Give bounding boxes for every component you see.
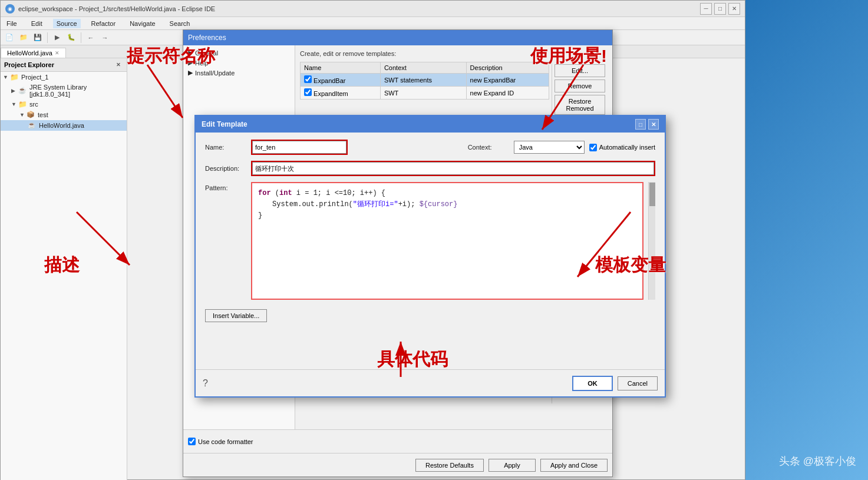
java-file-icon: ☕ [28,121,37,130]
et-name-row: Name: Context: Java Automatically insert [205,140,655,155]
et-footer: ? OK Cancel [196,369,665,396]
tree-src[interactable]: ▼ 📁 src [1,99,127,110]
insert-variable-button[interactable]: Insert Variable... [205,309,267,322]
tree-test[interactable]: ▼ 📦 test [1,110,127,120]
project-icon: 📁 [10,73,19,81]
tree-label-helloworld: HelloWorld.java [39,122,84,129]
pref-tree-help[interactable]: ▶Help [186,58,292,68]
menu-search[interactable]: Search [166,19,194,28]
toolbar-sep2 [81,32,81,43]
et-pattern-area: Pattern: for (int i = 1; i <=10; i++) { … [205,182,655,300]
watermark: 头条 @极客小俊 [779,454,856,468]
et-cancel-button[interactable]: Cancel [618,376,658,390]
code-line2: System.out.println("循环打印i="+i); ${cursor… [258,199,636,210]
sidebar-close-btn[interactable]: ✕ [114,60,123,69]
tab-helloworld-label: HelloWorld.java [7,49,52,57]
menu-navigate[interactable]: Navigate [126,19,159,28]
row1-name: ExpandBar [301,74,381,87]
eclipse-icon: ◉ [5,4,15,14]
pref-title-bar: Preferences [183,30,612,45]
title-bar: ◉ eclipse_workspace - Project_1/src/test… [1,1,745,17]
tree-label-project: Project_1 [21,74,48,81]
tree-project[interactable]: ▼ 📁 Project_1 [1,72,127,82]
row1-context: SWT statements [380,74,466,87]
menu-source[interactable]: Source [53,19,81,28]
col-name-header: Name [301,62,381,74]
row2-checkbox[interactable] [304,88,312,96]
edit-button[interactable]: Edit... [555,64,605,77]
row2-name: ExpandItem [301,87,381,100]
col-desc-header: Description [466,62,549,74]
remove-button[interactable]: Remove [555,80,605,92]
row2-desc: new Expand ID [466,87,549,100]
pref-tree-general[interactable]: ▶General [186,48,292,58]
tree-arrow-jre: ▶ [11,88,18,94]
toolbar-save[interactable]: 💾 [31,32,44,44]
tab-close-icon[interactable]: ✕ [55,50,60,56]
minimize-button[interactable]: ─ [700,3,712,15]
window-controls: ─ □ ✕ [700,3,740,15]
menu-refactor[interactable]: Refactor [88,19,120,28]
maximize-button[interactable]: □ [714,3,726,15]
project-explorer: Project Explorer ✕ ▼ 📁 Project_1 ▶ ☕ JRE… [1,58,127,480]
toolbar-debug[interactable]: 🐛 [65,32,78,44]
tree-arrow-test: ▼ [19,112,27,118]
et-description-row: Description: [205,161,655,176]
row2-context: SWT [380,87,466,100]
apply-button[interactable]: Apply [489,459,536,472]
src-icon: 📁 [18,100,28,108]
tree-label-src: src [29,101,38,108]
tree-helloworld[interactable]: ☕ HelloWorld.java [1,120,127,131]
restore-removed-button[interactable]: Restore Removed [555,95,605,115]
close-button[interactable]: ✕ [728,3,740,15]
code-scrollbar[interactable] [648,182,655,300]
toolbar-back[interactable]: ← [84,32,97,44]
tab-helloworld[interactable]: HelloWorld.java ✕ [1,48,66,58]
tree-label-test: test [38,111,48,118]
toolbar-forward[interactable]: → [98,32,111,44]
code-line3: } [258,210,636,221]
et-description-input[interactable] [252,162,654,175]
table-row[interactable]: ExpandItem SWT new Expand ID [301,87,549,100]
menu-file[interactable]: File [3,19,21,28]
toolbar-new[interactable]: 📄 [3,32,16,44]
et-context-select[interactable]: Java [514,141,585,154]
table-row[interactable]: ExpandBar SWT statements new ExpandBar [301,74,549,87]
et-name-input[interactable] [252,141,346,154]
toolbar-open[interactable]: 📁 [17,32,30,44]
et-code-editor[interactable]: for (int i = 1; i <=10; i++) { System.ou… [251,182,643,300]
et-context-label: Context: [468,144,509,151]
scrollbar-thumb [649,183,655,206]
jre-icon: ☕ [18,87,28,95]
tree-label-jre: JRE System Library [jdk1.8.0_341] [29,84,124,98]
et-maximize-btn[interactable]: □ [635,119,646,130]
sidebar-header: Project Explorer ✕ [1,58,127,72]
code-line1: for (int i = 1; i <=10; i++) { [258,188,636,199]
pref-top-text: Create, edit or remove templates: [300,50,608,57]
use-code-formatter-label[interactable]: Use code formatter [188,438,253,445]
apply-and-close-button[interactable]: Apply and Close [540,459,608,472]
et-close-btn[interactable]: ✕ [648,119,659,130]
templates-table: Name Context Description ExpandBar [300,62,549,100]
row1-checkbox[interactable] [304,75,312,83]
et-help-icon[interactable]: ? [203,378,208,389]
toolbar-sep1 [47,32,48,43]
et-body: Name: Context: Java Automatically insert… [196,133,665,329]
edit-template-dialog: Edit Template □ ✕ Name: Context: Java Au… [194,115,666,398]
toolbar-run[interactable]: ▶ [51,32,64,44]
et-title-bar: Edit Template □ ✕ [196,116,665,133]
et-ok-button[interactable]: OK [572,376,613,391]
et-pattern-label: Pattern: [205,182,246,300]
et-title-controls: □ ✕ [635,119,659,130]
et-description-label: Description: [205,165,246,172]
use-code-formatter-checkbox[interactable] [188,438,196,445]
row1-desc: new ExpandBar [466,74,549,87]
restore-defaults-button[interactable]: Restore Defaults [415,459,484,472]
pref-tree-install[interactable]: ▶Install/Update [186,68,292,78]
sidebar-controls: ✕ [114,60,123,69]
tree-jre[interactable]: ▶ ☕ JRE System Library [jdk1.8.0_341] [1,82,127,99]
et-auto-insert-checkbox[interactable] [589,144,597,151]
et-auto-insert-label: Automatically insert [589,144,655,151]
col-context-header: Context [380,62,466,74]
menu-edit[interactable]: Edit [28,19,46,28]
